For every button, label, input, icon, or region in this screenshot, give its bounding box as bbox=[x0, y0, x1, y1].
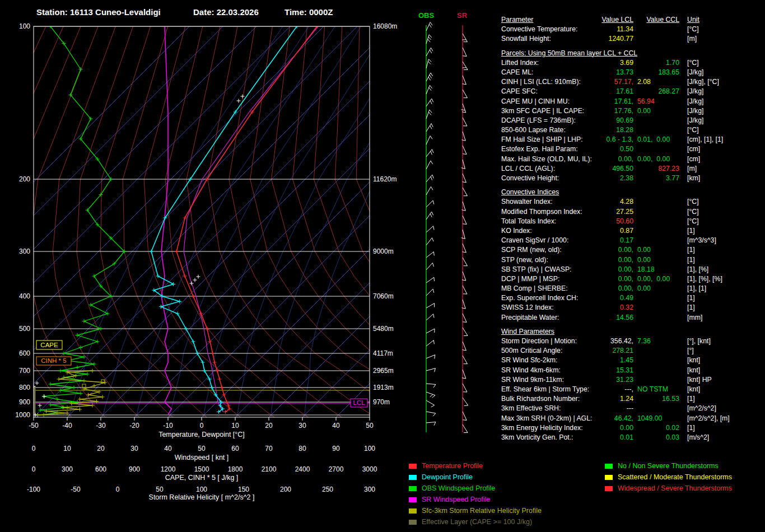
section-title: Parcels: Using 50mB mean layer LCL + CCL bbox=[501, 49, 763, 58]
legend-item: OBS Windspeed Profile bbox=[409, 483, 542, 494]
wind-barb bbox=[426, 384, 436, 384]
obs-wind-column bbox=[426, 22, 436, 432]
wind-barb bbox=[426, 412, 436, 413]
param-value-lcl: 0.00, bbox=[598, 255, 633, 265]
wind-barb-tick bbox=[429, 35, 432, 38]
param-value-lcl: 17.76, bbox=[598, 106, 633, 116]
parcel-profile bbox=[184, 26, 318, 412]
legend-swatch bbox=[409, 464, 417, 469]
dry-adiabat bbox=[100, 26, 212, 422]
pressure-label: 1000 bbox=[15, 411, 30, 419]
wind-barb bbox=[463, 300, 465, 309]
wind-barb bbox=[426, 136, 430, 144]
wind-barb-tick bbox=[433, 384, 436, 388]
wind-barb-tick bbox=[461, 110, 465, 110]
param-value-ccl bbox=[633, 366, 679, 375]
wind-barb-tick bbox=[430, 50, 431, 53]
axis-tick-label: 150 bbox=[238, 486, 249, 493]
wind-barb-tick bbox=[432, 99, 433, 102]
wind-barb bbox=[463, 328, 468, 335]
wind-barb-tick bbox=[433, 226, 434, 230]
wind-barb-tick bbox=[433, 289, 434, 293]
param-value-segment: 56.94 bbox=[637, 97, 655, 106]
wind-barb bbox=[463, 174, 466, 183]
profile-marker bbox=[195, 352, 199, 356]
wind-barb-tick bbox=[428, 59, 431, 62]
legend-swatch bbox=[409, 497, 417, 502]
profile-marker bbox=[79, 391, 83, 395]
moist-adiabat bbox=[169, 26, 361, 422]
wind-barb bbox=[463, 118, 467, 126]
profile-marker bbox=[199, 312, 203, 316]
param-value-lcl: 0.17 bbox=[598, 236, 633, 245]
axis-tick-label: 3000 bbox=[362, 465, 377, 473]
param-value-lcl: 46.42, bbox=[598, 414, 633, 423]
param-unit: [m^3/s^3] bbox=[679, 236, 763, 245]
thunderstorm-legend: No / Non Severe ThunderstormsScattered /… bbox=[605, 460, 732, 494]
altitude-label: 4117m bbox=[373, 349, 393, 357]
profile-marker bbox=[76, 333, 80, 337]
wind-barb-tick bbox=[433, 200, 434, 204]
param-unit: [°], [knt] bbox=[679, 337, 763, 346]
table-header: Value LCL bbox=[598, 15, 633, 25]
profile-marker bbox=[192, 340, 195, 344]
wind-barb-tick bbox=[431, 151, 432, 155]
param-value-segment: 0.00 bbox=[656, 155, 670, 164]
axis-tick-label: -100 bbox=[27, 486, 40, 493]
table-row: Lifted Index:3.691.70[°C] bbox=[501, 58, 763, 68]
wind-barb-tick bbox=[428, 112, 431, 115]
legend-label: Sfc-3km Storm Relative Helicity Profile bbox=[422, 507, 542, 515]
cape-label: CAPE bbox=[40, 342, 58, 348]
table-row: Eff. Shear 6km | Storm Type:---,NO TSTM[… bbox=[501, 385, 763, 394]
legend-label: Scattered / Moderate Thunderstorms bbox=[618, 473, 732, 481]
wind-barb bbox=[463, 244, 466, 253]
header-station: Station: 16113 Cuneo-Levaldigi bbox=[36, 7, 161, 17]
pressure-label: 400 bbox=[19, 292, 30, 300]
profile-marker bbox=[96, 340, 100, 344]
profile-marker bbox=[175, 250, 179, 254]
param-unit: [J/kg] bbox=[679, 68, 763, 77]
axis-tick-label: -50 bbox=[29, 422, 39, 430]
wind-barb-tick bbox=[431, 73, 433, 76]
param-unit: [1], [%], [%] bbox=[679, 274, 763, 284]
pressure-label: 200 bbox=[19, 175, 30, 183]
param-value-lcl: 0.00, bbox=[598, 265, 633, 274]
profile-marker bbox=[218, 377, 222, 381]
param-value-extra: 18.18 bbox=[633, 265, 679, 274]
param-unit: [1] bbox=[679, 245, 763, 255]
axis-title: Windspeed [ knt ] bbox=[175, 454, 229, 461]
section-title: Wind Parameters bbox=[501, 327, 763, 337]
profile-legend: Temperature ProfileDewpoint ProfileOBS W… bbox=[409, 460, 542, 528]
wind-barb-tick bbox=[434, 277, 435, 281]
param-value-segment: 0.00 bbox=[637, 106, 651, 116]
pressure-label: 300 bbox=[19, 248, 30, 255]
table-row: Convective Height:2.383.77[km] bbox=[501, 174, 763, 183]
param-label: 3km Effective SRH: bbox=[501, 404, 598, 413]
profile-marker bbox=[92, 362, 96, 366]
axis-tick-label: 2400 bbox=[295, 465, 310, 473]
param-value-lcl: 17.61 bbox=[598, 87, 633, 96]
param-unit: [knt] bbox=[679, 366, 763, 375]
profile-marker bbox=[57, 377, 61, 381]
legend-item: Widespread / Severe Thunderstorms bbox=[605, 483, 732, 494]
table-row: SR Wind 9km-11km:31.23[knt] HP bbox=[501, 375, 763, 385]
param-value-lcl: 356.42, bbox=[598, 337, 633, 346]
param-value-lcl: 2.38 bbox=[598, 174, 633, 183]
axis-tick-label: 250 bbox=[322, 486, 333, 493]
altitude-label: 16080m bbox=[373, 22, 397, 30]
param-unit: [1], [1] bbox=[679, 284, 763, 293]
legend-label: OBS Windspeed Profile bbox=[422, 484, 495, 492]
param-unit: [m] bbox=[679, 164, 763, 174]
param-value-lcl: 278.21 bbox=[598, 346, 633, 356]
altitude-label: 9000m bbox=[373, 248, 394, 255]
wind-barb-tick bbox=[430, 214, 432, 217]
profile-marker bbox=[76, 366, 80, 370]
param-label: 500m Critical Angle: bbox=[501, 346, 598, 356]
legend-item: Scattered / Moderate Thunderstorms bbox=[605, 472, 732, 483]
axis-tick-label: -50 bbox=[71, 486, 81, 493]
param-value-lcl: 0.49 bbox=[598, 293, 633, 303]
legend-label: Dewpoint Profile bbox=[422, 473, 473, 481]
wind-barb bbox=[463, 370, 466, 379]
param-unit: [m^2/s^2], [m] bbox=[679, 414, 763, 423]
table-row: Showalter Index:4.28[°C] bbox=[501, 197, 763, 207]
